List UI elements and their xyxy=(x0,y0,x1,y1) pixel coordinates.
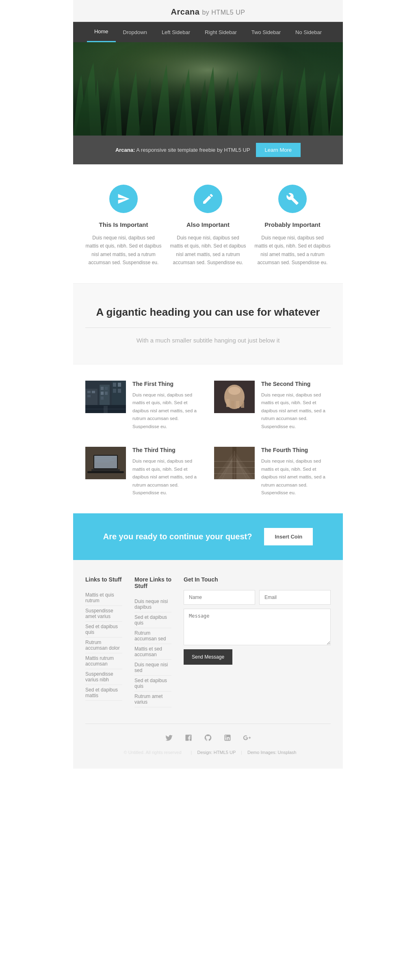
banner-description: A responsive site template freebie by HT… xyxy=(136,147,250,153)
svg-rect-24 xyxy=(241,402,244,408)
banner-text: Arcana: A responsive site template freeb… xyxy=(115,147,250,153)
feature-2-text: Duis neque nisi, dapibus sed mattis et q… xyxy=(170,234,246,267)
footer-link[interactable]: Rutrum amet varius xyxy=(134,694,162,705)
hero-section xyxy=(73,42,343,136)
things-grid: The First Thing Duis neque nisi, dapibus… xyxy=(85,381,331,497)
svg-rect-42 xyxy=(232,447,236,479)
footer-link[interactable]: Suspendisse amet varius xyxy=(85,608,113,619)
footer-col-3: Get In Touch Send Message xyxy=(184,576,331,707)
footer-link[interactable]: Suspendisse varius nibh xyxy=(85,671,113,683)
features-section: This Is Important Duis neque nisi, dapib… xyxy=(73,164,343,283)
send-message-button[interactable]: Send Message xyxy=(184,649,232,665)
images-credit[interactable]: Demo Images: Unsplash xyxy=(247,750,296,755)
footer-link-item: Rutrum amet varius xyxy=(134,691,171,707)
footer-link[interactable]: Rutrum accumsan dolor xyxy=(85,640,120,651)
nav-no-sidebar[interactable]: No Sidebar xyxy=(288,23,329,42)
footer-link[interactable]: Sed et dapibus quis xyxy=(134,614,167,626)
cta-text: Are you ready to continue your quest? xyxy=(103,532,252,541)
footer-top: Links to Stuff Mattis et quis rutrum Sus… xyxy=(85,576,331,707)
divider-rule xyxy=(85,327,331,328)
feature-3-text: Duis neque nisi, dapibus sed mattis et q… xyxy=(254,234,331,267)
site-header: Arcana by HTML5 UP xyxy=(73,0,343,22)
footer-link[interactable]: Duis neque nisi dapibus xyxy=(134,599,168,610)
insert-coin-button[interactable]: Insert Coin xyxy=(264,528,313,545)
nav-two-sidebar[interactable]: Two Sidebar xyxy=(244,23,288,42)
footer-bottom: © Untitled. All rights reserved | Design… xyxy=(85,750,331,755)
facebook-icon[interactable] xyxy=(183,732,194,743)
footer-link[interactable]: Sed et dapibus quis xyxy=(134,678,167,689)
footer-link-item: Duis neque nisi sed xyxy=(134,660,171,676)
footer-link-item: Sed et dapibus quis xyxy=(134,612,171,628)
svg-rect-23 xyxy=(236,401,239,408)
learn-more-button[interactable]: Learn More xyxy=(256,143,301,157)
feature-1-title: This Is Important xyxy=(85,221,162,228)
footer-link-item: Suspendisse amet varius xyxy=(85,606,122,622)
thing-4-title: The Fourth Thing xyxy=(261,447,331,453)
footer-link-item: Sed et dapibus quis xyxy=(85,622,122,638)
nav-right-sidebar[interactable]: Right Sidebar xyxy=(197,23,244,42)
svg-rect-3 xyxy=(87,391,91,393)
footer-link-item: Sed et dapibus mattis xyxy=(85,685,122,701)
contact-name-input[interactable] xyxy=(184,590,255,605)
svg-rect-33 xyxy=(95,460,114,461)
footer-link[interactable]: Mattis et sed accumsan xyxy=(134,646,162,657)
svg-rect-8 xyxy=(105,387,108,390)
thing-2-title: The Second Thing xyxy=(261,381,331,387)
svg-rect-22 xyxy=(231,401,234,408)
svg-rect-4 xyxy=(87,395,91,397)
nav-left-sidebar[interactable]: Left Sidebar xyxy=(154,23,197,42)
divider-heading: A gigantic heading you can use for whate… xyxy=(85,306,331,319)
footer-link[interactable]: Rutrum accumsan sed xyxy=(134,630,166,642)
contact-message-input[interactable] xyxy=(184,609,331,645)
footer-link[interactable]: Mattis rutrum accumsan xyxy=(85,655,114,667)
svg-rect-14 xyxy=(118,383,121,387)
feature-2-icon xyxy=(194,185,222,213)
footer-divider: | xyxy=(241,750,243,755)
svg-rect-43 xyxy=(214,461,255,462)
svg-rect-18 xyxy=(104,406,108,413)
site-title: Arcana by HTML5 UP xyxy=(73,7,343,17)
footer-social: © Untitled. All rights reserved | Design… xyxy=(85,724,331,760)
thing-4-content: The Fourth Thing Duis neque nisi, dapibu… xyxy=(261,447,331,497)
thing-4-image xyxy=(214,447,255,479)
nav-dropdown[interactable]: Dropdown xyxy=(116,23,154,42)
footer-link[interactable]: Sed et dapibus mattis xyxy=(85,687,118,698)
svg-rect-35 xyxy=(102,470,110,471)
footer-links-1: Mattis et quis rutrum Suspendisse amet v… xyxy=(85,590,122,701)
contact-email-input[interactable] xyxy=(259,590,331,605)
brand-name: Arcana xyxy=(171,7,200,16)
banner-bar: Arcana: A responsive site template freeb… xyxy=(73,136,343,164)
svg-rect-16 xyxy=(118,389,121,393)
footer-link-item: Mattis et sed accumsan xyxy=(134,644,171,660)
footer-link-item: Suspendisse varius nibh xyxy=(85,669,122,685)
svg-rect-11 xyxy=(101,396,104,400)
footer-link[interactable]: Duis neque nisi sed xyxy=(134,662,168,673)
nav-home[interactable]: Home xyxy=(87,22,116,42)
cta-section: Are you ready to continue your quest? In… xyxy=(73,513,343,560)
divider-section: A gigantic heading you can use for whate… xyxy=(73,283,343,364)
github-icon[interactable] xyxy=(202,732,214,743)
footer-link-item: Rutrum accumsan dolor xyxy=(85,638,122,653)
feature-3: Probably Important Duis neque nisi, dapi… xyxy=(254,185,331,267)
svg-rect-10 xyxy=(105,392,108,395)
footer-col-1-title: Links to Stuff xyxy=(85,576,122,583)
svg-point-25 xyxy=(228,387,240,395)
svg-rect-13 xyxy=(113,383,116,387)
feature-2: Also Important Duis neque nisi, dapibus … xyxy=(170,185,246,267)
thing-1-image xyxy=(85,381,126,413)
google-plus-icon[interactable] xyxy=(241,732,253,743)
footer-links-2: Duis neque nisi dapibus Sed et dapibus q… xyxy=(134,597,171,707)
thing-2: The Second Thing Duis neque nisi, dapibu… xyxy=(214,381,331,431)
twitter-icon[interactable] xyxy=(163,732,175,743)
footer-link[interactable]: Mattis et quis rutrum xyxy=(85,592,114,603)
svg-rect-28 xyxy=(87,471,124,473)
thing-1-title: The First Thing xyxy=(132,381,202,387)
linkedin-icon[interactable] xyxy=(222,732,233,743)
thing-3-title: The Third Thing xyxy=(132,447,202,453)
thing-2-content: The Second Thing Duis neque nisi, dapibu… xyxy=(261,381,331,431)
thing-1-content: The First Thing Duis neque nisi, dapibus… xyxy=(132,381,202,431)
divider-subtitle: With a much smaller subtitle hanging out… xyxy=(85,337,331,344)
design-credit[interactable]: Design: HTML5 UP xyxy=(197,750,236,755)
footer-link[interactable]: Sed et dapibus quis xyxy=(85,624,118,635)
hero-background xyxy=(73,42,343,136)
